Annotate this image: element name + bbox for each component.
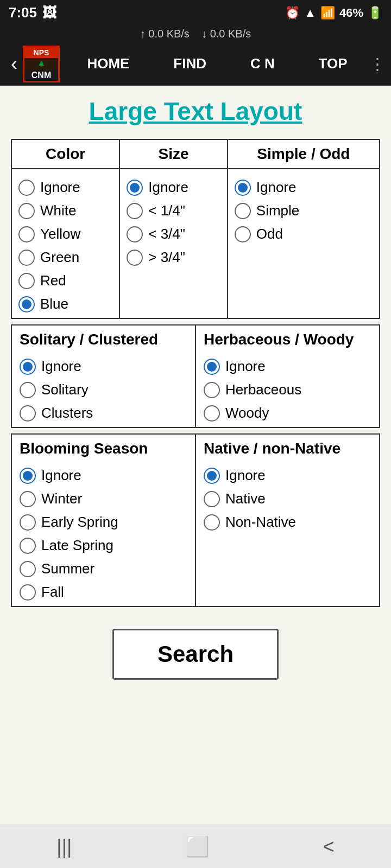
top-link[interactable]: TOP <box>319 55 348 72</box>
color-ignore-radio[interactable] <box>18 180 35 196</box>
size-header: Size <box>119 139 228 169</box>
blooming-winter[interactable]: Winter <box>20 490 187 507</box>
simple-odd-column: Ignore Simple Odd <box>228 169 380 318</box>
size-medium[interactable]: < 3/4" <box>127 226 220 242</box>
blooming-summer-radio[interactable] <box>20 561 36 577</box>
color-green-radio[interactable] <box>18 250 35 266</box>
app-logo[interactable]: NPS 🌲 CNM <box>23 46 60 82</box>
home-button[interactable]: ⬜ <box>185 835 210 858</box>
native-ignore-radio[interactable] <box>204 468 220 484</box>
color-white-radio[interactable] <box>18 203 35 219</box>
herbaceous-header: Herbaceous / Woody <box>204 331 371 348</box>
herbaceous-herbaceous[interactable]: Herbaceous <box>204 381 371 398</box>
battery-level: 46% <box>339 6 363 20</box>
nav-links: HOME FIND C N TOP <box>65 55 369 72</box>
blooming-fall[interactable]: Fall <box>20 584 187 601</box>
native-header: Native / non-Native <box>204 440 371 457</box>
size-small[interactable]: < 1/4" <box>127 202 220 219</box>
size-large-radio[interactable] <box>127 250 143 266</box>
color-header: Color <box>11 139 119 169</box>
native-column: Native / non-Native Ignore Native Non-Na… <box>195 434 380 607</box>
blooming-native-table: Blooming Season Ignore Winter Early Spri… <box>11 433 380 607</box>
solitary-clusters-radio[interactable] <box>20 405 36 422</box>
solitary-ignore-radio[interactable] <box>20 359 36 375</box>
simple-odd-header: Simple / Odd <box>228 139 380 169</box>
blooming-ignore[interactable]: Ignore <box>20 467 187 484</box>
herbaceous-ignore-radio[interactable] <box>204 359 220 375</box>
size-column: Ignore < 1/4" < 3/4" > 3/4" <box>119 169 228 318</box>
native-native[interactable]: Native <box>204 490 371 507</box>
size-medium-radio[interactable] <box>127 226 143 242</box>
wifi-icon: ▲ <box>304 6 316 20</box>
back-button[interactable]: ‹ <box>5 53 23 75</box>
herbaceous-column: Herbaceous / Woody Ignore Herbaceous Woo… <box>195 325 380 427</box>
blooming-late-spring-radio[interactable] <box>20 538 36 554</box>
color-radio-group: Ignore White Yellow Green <box>18 175 112 312</box>
simpleodd-odd-radio[interactable] <box>235 226 251 242</box>
find-link[interactable]: FIND <box>173 55 206 72</box>
blooming-winter-radio[interactable] <box>20 491 36 507</box>
gallery-icon: 🖼 <box>42 4 56 21</box>
color-yellow-radio[interactable] <box>18 226 35 242</box>
color-yellow[interactable]: Yellow <box>18 226 112 242</box>
network-speed-bar: ↑ 0.0 KB/s ↓ 0.0 KB/s <box>0 25 391 42</box>
solitary-ignore[interactable]: Ignore <box>20 358 187 375</box>
native-native-radio[interactable] <box>204 491 220 507</box>
color-blue[interactable]: Blue <box>18 296 112 312</box>
blooming-early-spring-radio[interactable] <box>20 514 36 531</box>
back-nav-button[interactable]: < <box>323 835 335 858</box>
alarm-icon: ⏰ <box>285 6 300 20</box>
blooming-summer[interactable]: Summer <box>20 560 187 577</box>
simpleodd-simple[interactable]: Simple <box>235 202 373 219</box>
blooming-early-spring[interactable]: Early Spring <box>20 514 187 531</box>
color-red[interactable]: Red <box>18 272 112 289</box>
herbaceous-herbaceous-radio[interactable] <box>204 382 220 398</box>
color-white[interactable]: White <box>18 202 112 219</box>
size-small-radio[interactable] <box>127 203 143 219</box>
size-large[interactable]: > 3/4" <box>127 249 220 266</box>
blooming-radio-group: Ignore Winter Early Spring Late Spring <box>20 463 187 601</box>
search-button[interactable]: Search <box>112 629 279 680</box>
cn-link[interactable]: C N <box>250 55 275 72</box>
download-arrow: ↓ <box>201 28 207 40</box>
solitary-clusters[interactable]: Clusters <box>20 405 187 422</box>
native-ignore[interactable]: Ignore <box>204 467 371 484</box>
solitary-column: Solitary / Clustered Ignore Solitary Clu… <box>11 325 195 427</box>
solitary-solitary[interactable]: Solitary <box>20 381 187 398</box>
color-red-radio[interactable] <box>18 273 35 289</box>
simpleodd-simple-radio[interactable] <box>235 203 251 219</box>
logo-image: 🌲 <box>24 58 58 70</box>
recent-apps-button[interactable]: ||| <box>56 835 72 858</box>
battery-icon: 🔋 <box>368 6 382 20</box>
size-radio-group: Ignore < 1/4" < 3/4" > 3/4" <box>127 175 220 266</box>
search-area: Search <box>11 612 380 691</box>
color-blue-radio[interactable] <box>18 296 35 312</box>
herbaceous-ignore[interactable]: Ignore <box>204 358 371 375</box>
blooming-header: Blooming Season <box>20 440 187 457</box>
simpleodd-ignore[interactable]: Ignore <box>235 179 373 196</box>
herbaceous-woody[interactable]: Woody <box>204 405 371 422</box>
color-green[interactable]: Green <box>18 249 112 266</box>
menu-icon[interactable]: ⋮ <box>369 54 386 73</box>
herbaceous-woody-radio[interactable] <box>204 405 220 422</box>
cnm-label: CNM <box>24 70 58 81</box>
solitary-solitary-radio[interactable] <box>20 382 36 398</box>
upload-arrow: ↑ <box>140 28 146 40</box>
native-radio-group: Ignore Native Non-Native <box>204 463 371 531</box>
native-non-native[interactable]: Non-Native <box>204 514 371 531</box>
blooming-ignore-radio[interactable] <box>20 468 36 484</box>
blooming-fall-radio[interactable] <box>20 584 36 601</box>
blooming-late-spring[interactable]: Late Spring <box>20 537 187 554</box>
size-ignore-radio[interactable] <box>127 180 143 196</box>
nps-label: NPS <box>24 47 58 58</box>
size-ignore[interactable]: Ignore <box>127 179 220 196</box>
color-ignore[interactable]: Ignore <box>18 179 112 196</box>
native-non-native-radio[interactable] <box>204 514 220 531</box>
solitary-herbaceous-table: Solitary / Clustered Ignore Solitary Clu… <box>11 324 380 428</box>
simpleodd-ignore-radio[interactable] <box>235 180 251 196</box>
primary-filter-table: Color Size Simple / Odd Ignore White <box>11 139 380 319</box>
download-speed: 0.0 KB/s <box>210 28 251 40</box>
simpleodd-odd[interactable]: Odd <box>235 226 373 242</box>
home-link[interactable]: HOME <box>87 55 129 72</box>
color-column: Ignore White Yellow Green <box>11 169 119 318</box>
